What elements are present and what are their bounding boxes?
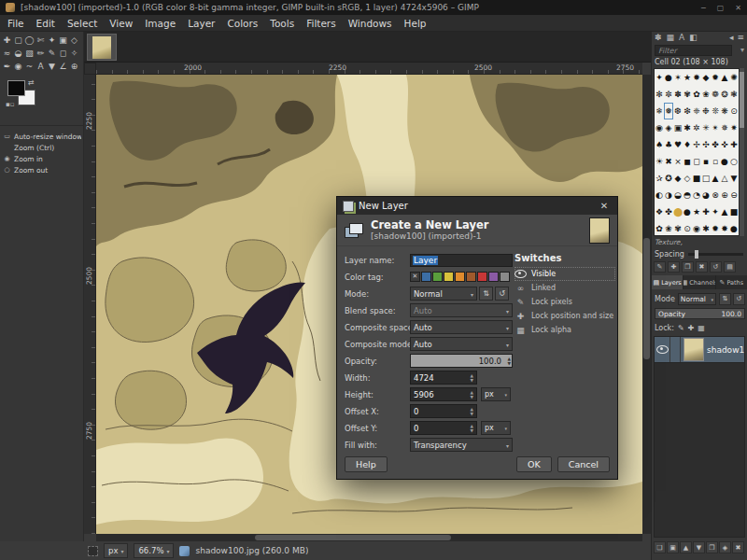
menu-item-view[interactable]: View (109, 18, 133, 29)
reset-mode-button[interactable]: ↺ (733, 293, 745, 305)
layer-visibility-toggle[interactable] (655, 337, 670, 362)
brush-item-61[interactable]: △ (720, 170, 729, 187)
brush-item-67[interactable]: ◔ (692, 187, 701, 203)
brush-item-59[interactable]: □ (701, 170, 711, 187)
switch-linked[interactable]: ∞Linked (514, 281, 615, 295)
composite-mode-select[interactable]: Auto (410, 337, 513, 351)
brush-item-12[interactable]: ✾ (683, 86, 692, 103)
menu-item-help[interactable]: Help (404, 18, 427, 29)
brush-item-14[interactable]: ❀ (701, 86, 711, 103)
switch-visible[interactable]: Visible (514, 267, 615, 281)
brush-item-43[interactable]: ✜ (720, 136, 729, 153)
ink-tool[interactable]: ✒ (2, 61, 12, 73)
cancel-button[interactable]: Cancel (557, 456, 610, 472)
brush-item-84[interactable]: ⊙ (683, 220, 692, 236)
brush-item-51[interactable]: ▫ (711, 153, 720, 170)
brush-item-42[interactable]: ✤ (711, 136, 720, 153)
brush-item-88[interactable]: ✸ (720, 220, 729, 236)
brush-item-6[interactable]: ✹ (711, 69, 720, 86)
menu-item-filters[interactable]: Filters (306, 18, 335, 29)
color-tag-chip-1[interactable] (421, 272, 431, 282)
brush-item-58[interactable]: ■ (692, 170, 701, 187)
measure-tool[interactable]: ∠ (58, 61, 68, 73)
brush-item-10[interactable]: ✼ (664, 86, 673, 103)
brush-item-24[interactable]: ❊ (711, 103, 720, 119)
brush-item-35[interactable]: ✷ (729, 119, 739, 136)
image-tab[interactable] (87, 34, 117, 61)
transform-tool[interactable]: ◇ (69, 35, 79, 47)
foreground-color-swatch[interactable] (7, 80, 25, 96)
reset-mode-button[interactable]: ↺ (495, 287, 509, 301)
brush-item-7[interactable]: ▲ (720, 69, 729, 86)
brush-item-86[interactable]: ✱ (701, 220, 711, 236)
brush-item-41[interactable]: ✣ (701, 136, 711, 153)
menu-item-select[interactable]: Select (67, 18, 97, 29)
dialog-close-button[interactable]: ✕ (597, 201, 612, 211)
brush-item-79[interactable]: ▲ (720, 203, 729, 220)
patterns-tab-icon[interactable]: ▦ (667, 33, 675, 42)
brush-filter-input[interactable]: Filter (655, 45, 732, 56)
brush-item-4[interactable]: ✸ (692, 69, 701, 86)
brush-item-5[interactable]: ◆ (701, 69, 711, 86)
brush-item-64[interactable]: ◑ (664, 187, 673, 203)
brush-item-38[interactable]: ♥ (673, 136, 683, 153)
brushes-tab-icon[interactable]: ✽ (655, 33, 662, 42)
layer-opacity-slider[interactable]: Opacity 100.0 (655, 308, 745, 319)
tab-configure-icon[interactable]: ◂ (729, 33, 734, 42)
fill-with-select[interactable]: Transparency (410, 438, 513, 452)
zoom-in-radio[interactable]: ◉Zoom in (3, 153, 81, 164)
brush-item-82[interactable]: ❀ (664, 220, 673, 236)
brush-item-54[interactable]: ✰ (655, 170, 664, 187)
brush-item-8[interactable]: ✺ (729, 69, 739, 86)
crop-tool[interactable]: ▣ (58, 35, 68, 47)
swap-colors-icon[interactable]: ⇄ (28, 78, 35, 87)
brush-item-31[interactable]: ✲ (692, 119, 701, 136)
height-input[interactable]: 5906 (410, 387, 477, 401)
brush-item-30[interactable]: ✱ (683, 119, 692, 136)
close-button[interactable]: ✕ (735, 4, 741, 12)
brush-item-18[interactable]: ❄ (655, 103, 664, 119)
zoom-ctrl-label[interactable]: Zoom (Ctrl) (3, 142, 81, 153)
edit-brush-button[interactable]: ✎ (654, 261, 666, 273)
size-unit-combo[interactable]: px (481, 387, 511, 401)
lower-layer-button[interactable]: ▼ (693, 541, 705, 553)
brush-item-70[interactable]: ⊕ (720, 187, 729, 203)
menu-item-layer[interactable]: Layer (188, 18, 215, 29)
menu-item-tools[interactable]: Tools (270, 18, 294, 29)
color-tag-chip-3[interactable] (444, 272, 454, 282)
brush-item-9[interactable]: ✻ (655, 86, 664, 103)
brush-item-63[interactable]: ◐ (655, 187, 664, 203)
refresh-brushes-button[interactable]: ↺ (710, 261, 722, 273)
brush-item-74[interactable]: ⬤ (673, 203, 683, 220)
brush-item-78[interactable]: ✦ (711, 203, 720, 220)
width-input[interactable]: 4724 (410, 371, 477, 385)
free-select-tool[interactable]: ✄ (35, 35, 46, 47)
layer-link-cell[interactable] (670, 337, 681, 362)
tab-menu-icon[interactable]: ≡ (737, 33, 744, 42)
brush-item-21[interactable]: ❇ (683, 103, 692, 119)
brush-item-89[interactable]: ● (729, 220, 739, 236)
brush-item-37[interactable]: ♣ (664, 136, 673, 153)
tab-layers[interactable]: ▤Layers (652, 275, 684, 289)
brush-item-87[interactable]: ✹ (711, 220, 720, 236)
brush-item-69[interactable]: ⊗ (711, 187, 720, 203)
brush-item-25[interactable]: ❋ (720, 103, 729, 119)
opacity-slider[interactable]: 100.0 (410, 354, 513, 368)
color-tag-chip-7[interactable] (488, 272, 499, 282)
duplicate-brush-button[interactable]: ❐ (682, 261, 694, 273)
spinner-arrows-icon[interactable] (471, 390, 473, 399)
color-tag-chip-2[interactable] (432, 272, 443, 282)
menu-item-image[interactable]: Image (145, 18, 176, 29)
switch-lock-position-and-size[interactable]: ✚Lock position and size (514, 309, 615, 323)
spinner-arrows-icon[interactable] (471, 424, 473, 433)
maximize-button[interactable]: ▢ (717, 4, 725, 12)
brush-item-72[interactable]: ❖ (655, 203, 664, 220)
filter-dropdown-icon[interactable]: ▾ (740, 46, 744, 54)
brush-item-71[interactable]: ⊖ (729, 187, 739, 203)
airbrush-tool[interactable]: ✧ (69, 48, 79, 60)
brush-item-15[interactable]: ❁ (711, 86, 720, 103)
menu-item-file[interactable]: File (7, 18, 24, 29)
brush-item-40[interactable]: ✢ (692, 136, 701, 153)
offset-unit-combo[interactable]: px (481, 421, 511, 435)
brush-item-75[interactable]: ● (683, 203, 692, 220)
